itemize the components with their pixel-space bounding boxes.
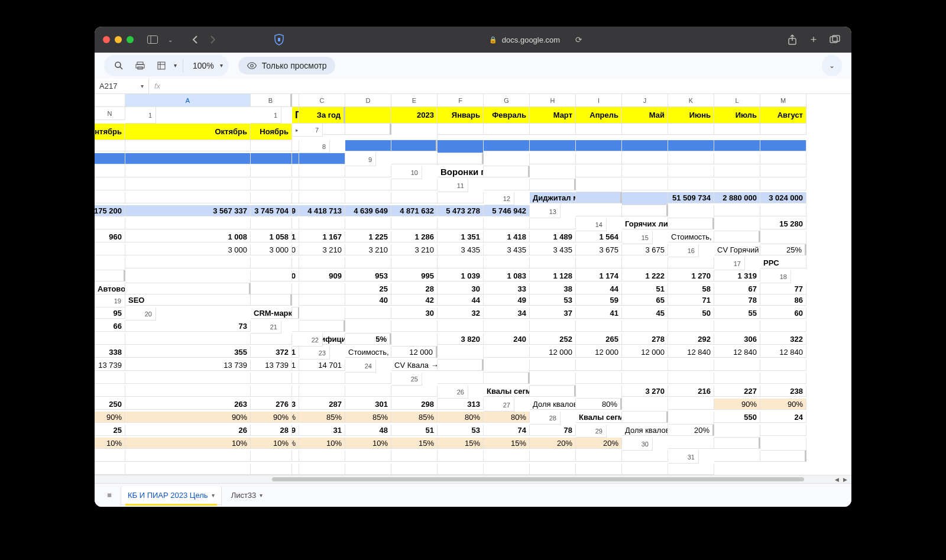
row-header[interactable]: 19 [95, 294, 125, 307]
cell-value[interactable]: 5 746 942 [484, 205, 530, 216]
cell-value[interactable] [714, 179, 760, 190]
row-header[interactable]: 12 [484, 192, 514, 205]
sidebar-toggle-icon[interactable] [144, 32, 161, 47]
cell-value[interactable]: 24 [760, 412, 806, 423]
cell-b[interactable] [438, 153, 484, 164]
cell-label[interactable] [438, 373, 484, 384]
cell-value[interactable]: 1 489 [530, 231, 576, 242]
cell-label[interactable]: CRM-маркетинг [251, 307, 292, 319]
cell-label[interactable]: CV Горячий → Квала, % [714, 244, 760, 255]
cell-value[interactable] [125, 153, 251, 164]
row-header[interactable]: 14 [576, 218, 607, 231]
cell-value[interactable] [576, 360, 622, 371]
cell-label[interactable] [668, 438, 714, 449]
header-b[interactable]: За год [299, 107, 345, 124]
row-header[interactable]: 26 [438, 386, 468, 399]
cell-value[interactable]: 3 175 200 [95, 205, 125, 216]
cell-value[interactable]: 5 473 278 [438, 205, 484, 216]
cell-label[interactable]: Квалы сегмент 1 [484, 386, 530, 397]
cell-value[interactable]: 78 [714, 294, 760, 306]
cell-value[interactable] [530, 257, 576, 268]
cell-value[interactable]: 45 [622, 307, 668, 319]
cell-value[interactable] [760, 140, 806, 151]
share-icon[interactable] [784, 32, 801, 47]
cell-value[interactable] [299, 192, 345, 203]
cell-value[interactable] [484, 140, 530, 151]
cell-value[interactable]: 28 [251, 425, 292, 436]
cell-value[interactable]: 90% [95, 412, 125, 423]
cell-value[interactable] [95, 386, 125, 397]
cell-value[interactable]: 995 [391, 270, 438, 281]
row-header[interactable]: 15 [622, 231, 653, 244]
cell-value[interactable]: 12 000 [622, 347, 668, 358]
cell-value[interactable] [391, 321, 438, 332]
cell-value[interactable]: 292 [668, 334, 714, 345]
month-header[interactable]: 2023 [391, 107, 438, 124]
cell-label[interactable] [391, 153, 438, 164]
cell-value[interactable]: 15 280 [760, 218, 806, 229]
url-bar[interactable]: 🔒 docs.google.com ⟳ [292, 35, 779, 44]
cell-value[interactable]: 31 [299, 425, 345, 436]
cell-value[interactable]: 90% [292, 412, 299, 423]
cell-value[interactable]: 240 [484, 334, 530, 345]
cell-value[interactable]: 1 174 [576, 270, 622, 281]
cell-value[interactable] [125, 192, 251, 203]
cell-value[interactable]: 74 [484, 425, 530, 436]
cell-value[interactable]: 3 675 [576, 244, 622, 255]
cell-value[interactable] [530, 218, 576, 229]
cell-value[interactable]: 28 [391, 283, 438, 294]
cell-value[interactable] [714, 166, 760, 177]
row-header[interactable]: 25 [391, 373, 422, 386]
cell-value[interactable]: 78 [530, 425, 576, 436]
cell-value[interactable] [530, 451, 576, 462]
cell-value[interactable]: 3 435 [438, 244, 484, 255]
cell-value[interactable] [95, 218, 125, 229]
cell-value[interactable]: 1 008 [125, 231, 251, 242]
cell-value[interactable] [438, 257, 484, 268]
cell-value[interactable] [251, 179, 292, 190]
cell-value[interactable]: 372 [251, 347, 292, 358]
cell-value[interactable] [576, 373, 622, 384]
cell-b[interactable] [251, 294, 292, 306]
cell-b[interactable] [299, 321, 345, 332]
cell-value[interactable] [576, 451, 622, 462]
cell-value[interactable]: 12 000 [530, 347, 576, 358]
cell-value[interactable] [251, 257, 292, 268]
shield-icon[interactable] [271, 33, 287, 46]
view-mode-pill[interactable]: Только просмотр [238, 57, 335, 75]
cell-value[interactable] [391, 464, 438, 475]
cell-value[interactable]: 1 128 [530, 270, 576, 281]
row-header[interactable]: 11 [438, 179, 468, 192]
spreadsheet-grid[interactable]: ABCDEFGHIJKLMN11Продажи 2023За год2023Ян… [95, 94, 851, 475]
month-header[interactable]: Март [530, 107, 576, 124]
row-header[interactable]: 13 [530, 205, 561, 218]
select-all-corner[interactable] [95, 94, 125, 107]
cell-value[interactable]: 1 270 [668, 270, 714, 281]
cell-value[interactable] [622, 373, 668, 384]
cell-value[interactable] [125, 140, 251, 151]
cell-value[interactable]: 86 [760, 294, 806, 306]
cell-b[interactable]: 80% [576, 399, 622, 410]
cell-value[interactable] [622, 464, 668, 475]
cell-value[interactable] [95, 373, 125, 384]
cell-b[interactable] [760, 451, 806, 462]
expand-toolbar[interactable]: ⌄ [822, 55, 842, 76]
row-header[interactable]: 20 [125, 307, 156, 321]
cell-value[interactable] [391, 451, 438, 462]
cell-label[interactable]: Доля квалов [530, 399, 576, 410]
cell-value[interactable]: 53 [530, 294, 576, 306]
cell-value[interactable]: 3 210 [345, 244, 391, 255]
cell-value[interactable] [576, 257, 622, 268]
cell-value[interactable] [345, 451, 391, 462]
cell-value[interactable]: 44 [576, 283, 622, 294]
row-header[interactable]: 31 [668, 451, 699, 464]
cell-b[interactable] [438, 360, 484, 371]
cell-value[interactable]: 10% [125, 438, 251, 449]
cell-value[interactable]: 34 [484, 307, 530, 319]
cell-value[interactable] [292, 192, 299, 203]
cell-value[interactable]: 322 [760, 334, 806, 345]
cell-value[interactable]: 10% [251, 438, 292, 449]
cell-b[interactable]: 5% [345, 334, 391, 345]
cell-label[interactable] [292, 321, 299, 332]
cell-value[interactable] [714, 321, 760, 332]
